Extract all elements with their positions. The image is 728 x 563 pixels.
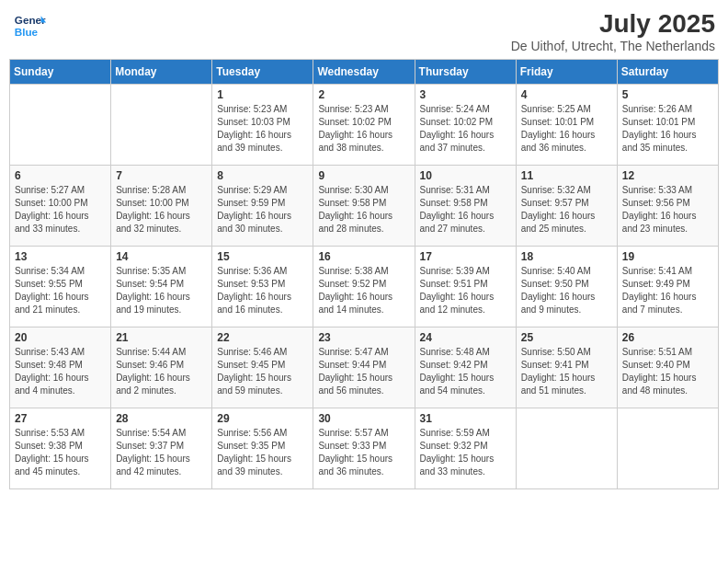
day-number: 20 [15,331,106,344]
calendar-day-cell: 4Sunrise: 5:25 AM Sunset: 10:01 PM Dayli… [516,85,617,166]
day-content: Sunrise: 5:23 AM Sunset: 10:03 PM Daylig… [217,103,308,155]
day-number: 24 [420,331,511,344]
location-subtitle: De Uithof, Utrecht, The Netherlands [511,39,715,53]
calendar-day-cell: 12Sunrise: 5:33 AM Sunset: 9:56 PM Dayli… [617,166,718,247]
day-of-week-header: Tuesday [212,60,313,85]
day-of-week-header: Monday [111,60,212,85]
day-content: Sunrise: 5:27 AM Sunset: 10:00 PM Daylig… [15,184,106,236]
day-number: 9 [318,169,409,182]
day-of-week-header: Thursday [415,60,516,85]
day-content: Sunrise: 5:41 AM Sunset: 9:49 PM Dayligh… [622,265,713,316]
calendar-day-cell: 24Sunrise: 5:48 AM Sunset: 9:42 PM Dayli… [415,327,516,408]
day-number: 4 [521,88,612,101]
day-number: 11 [521,169,612,182]
day-number: 21 [116,331,207,344]
day-number: 31 [420,412,511,425]
day-content: Sunrise: 5:56 AM Sunset: 9:35 PM Dayligh… [217,427,308,478]
logo: General Blue [13,9,46,42]
day-number: 10 [420,169,511,182]
day-content: Sunrise: 5:28 AM Sunset: 10:00 PM Daylig… [116,184,207,236]
day-number: 2 [318,88,409,101]
calendar-day-cell: 23Sunrise: 5:47 AM Sunset: 9:44 PM Dayli… [313,327,415,408]
day-number: 3 [420,88,511,101]
calendar-day-cell [10,85,111,166]
calendar-day-cell: 20Sunrise: 5:43 AM Sunset: 9:48 PM Dayli… [10,327,111,408]
calendar-day-cell: 17Sunrise: 5:39 AM Sunset: 9:51 PM Dayli… [415,247,516,327]
calendar-week-row: 13Sunrise: 5:34 AM Sunset: 9:55 PM Dayli… [10,247,719,327]
calendar-day-cell: 26Sunrise: 5:51 AM Sunset: 9:40 PM Dayli… [617,327,718,408]
day-number: 22 [217,331,308,344]
day-content: Sunrise: 5:29 AM Sunset: 9:59 PM Dayligh… [217,184,308,236]
calendar-day-cell: 5Sunrise: 5:26 AM Sunset: 10:01 PM Dayli… [617,85,718,166]
calendar-day-cell: 3Sunrise: 5:24 AM Sunset: 10:02 PM Dayli… [415,85,516,166]
day-number: 23 [318,331,409,344]
day-number: 25 [521,331,612,344]
day-number: 29 [217,412,308,425]
day-content: Sunrise: 5:30 AM Sunset: 9:58 PM Dayligh… [318,184,409,236]
calendar-day-cell: 11Sunrise: 5:32 AM Sunset: 9:57 PM Dayli… [516,166,617,247]
calendar-day-cell: 29Sunrise: 5:56 AM Sunset: 9:35 PM Dayli… [212,408,313,489]
calendar-week-row: 1Sunrise: 5:23 AM Sunset: 10:03 PM Dayli… [10,85,719,166]
day-number: 1 [217,88,308,101]
day-content: Sunrise: 5:35 AM Sunset: 9:54 PM Dayligh… [116,265,207,316]
calendar-day-cell: 25Sunrise: 5:50 AM Sunset: 9:41 PM Dayli… [516,327,617,408]
day-content: Sunrise: 5:54 AM Sunset: 9:37 PM Dayligh… [116,427,207,478]
calendar-day-cell: 10Sunrise: 5:31 AM Sunset: 9:58 PM Dayli… [415,166,516,247]
day-content: Sunrise: 5:34 AM Sunset: 9:55 PM Dayligh… [15,265,106,316]
calendar-day-cell [111,85,212,166]
day-content: Sunrise: 5:57 AM Sunset: 9:33 PM Dayligh… [318,427,409,478]
calendar-day-cell [516,408,617,489]
day-number: 28 [116,412,207,425]
calendar-day-cell: 31Sunrise: 5:59 AM Sunset: 9:32 PM Dayli… [415,408,516,489]
day-of-week-header: Friday [516,60,617,85]
day-number: 19 [622,250,713,263]
day-content: Sunrise: 5:33 AM Sunset: 9:56 PM Dayligh… [622,184,713,236]
page-header: General Blue July 2025 De Uithof, Utrech… [9,9,719,53]
day-number: 5 [622,88,713,101]
calendar-day-cell: 27Sunrise: 5:53 AM Sunset: 9:38 PM Dayli… [10,408,111,489]
day-number: 7 [116,169,207,182]
title-block: July 2025 De Uithof, Utrecht, The Nether… [511,9,715,53]
calendar-day-cell: 22Sunrise: 5:46 AM Sunset: 9:45 PM Dayli… [212,327,313,408]
day-content: Sunrise: 5:43 AM Sunset: 9:48 PM Dayligh… [15,346,106,397]
calendar-day-cell: 28Sunrise: 5:54 AM Sunset: 9:37 PM Dayli… [111,408,212,489]
calendar-day-cell: 15Sunrise: 5:36 AM Sunset: 9:53 PM Dayli… [212,247,313,327]
calendar-table: SundayMondayTuesdayWednesdayThursdayFrid… [9,59,719,489]
day-content: Sunrise: 5:53 AM Sunset: 9:38 PM Dayligh… [15,427,106,478]
calendar-day-cell: 21Sunrise: 5:44 AM Sunset: 9:46 PM Dayli… [111,327,212,408]
calendar-week-row: 20Sunrise: 5:43 AM Sunset: 9:48 PM Dayli… [10,327,719,408]
calendar-header-row: SundayMondayTuesdayWednesdayThursdayFrid… [10,60,719,85]
day-number: 18 [521,250,612,263]
day-number: 6 [15,169,106,182]
calendar-day-cell: 19Sunrise: 5:41 AM Sunset: 9:49 PM Dayli… [617,247,718,327]
calendar-day-cell: 1Sunrise: 5:23 AM Sunset: 10:03 PM Dayli… [212,85,313,166]
day-content: Sunrise: 5:24 AM Sunset: 10:02 PM Daylig… [420,103,511,155]
day-number: 16 [318,250,409,263]
day-number: 12 [622,169,713,182]
day-content: Sunrise: 5:38 AM Sunset: 9:52 PM Dayligh… [318,265,409,316]
day-content: Sunrise: 5:47 AM Sunset: 9:44 PM Dayligh… [318,346,409,397]
day-number: 17 [420,250,511,263]
calendar-day-cell: 8Sunrise: 5:29 AM Sunset: 9:59 PM Daylig… [212,166,313,247]
day-content: Sunrise: 5:40 AM Sunset: 9:50 PM Dayligh… [521,265,612,316]
month-year-title: July 2025 [511,9,715,39]
day-number: 8 [217,169,308,182]
calendar-day-cell: 6Sunrise: 5:27 AM Sunset: 10:00 PM Dayli… [10,166,111,247]
calendar-day-cell: 9Sunrise: 5:30 AM Sunset: 9:58 PM Daylig… [313,166,415,247]
logo-icon: General Blue [13,9,46,42]
calendar-day-cell: 2Sunrise: 5:23 AM Sunset: 10:02 PM Dayli… [313,85,415,166]
day-content: Sunrise: 5:50 AM Sunset: 9:41 PM Dayligh… [521,346,612,397]
day-of-week-header: Sunday [10,60,111,85]
calendar-week-row: 27Sunrise: 5:53 AM Sunset: 9:38 PM Dayli… [10,408,719,489]
day-of-week-header: Wednesday [313,60,415,85]
day-number: 15 [217,250,308,263]
day-content: Sunrise: 5:39 AM Sunset: 9:51 PM Dayligh… [420,265,511,316]
calendar-day-cell [617,408,718,489]
calendar-day-cell: 14Sunrise: 5:35 AM Sunset: 9:54 PM Dayli… [111,247,212,327]
day-content: Sunrise: 5:51 AM Sunset: 9:40 PM Dayligh… [622,346,713,397]
calendar-day-cell: 13Sunrise: 5:34 AM Sunset: 9:55 PM Dayli… [10,247,111,327]
day-of-week-header: Saturday [617,60,718,85]
day-content: Sunrise: 5:36 AM Sunset: 9:53 PM Dayligh… [217,265,308,316]
calendar-day-cell: 16Sunrise: 5:38 AM Sunset: 9:52 PM Dayli… [313,247,415,327]
calendar-day-cell: 30Sunrise: 5:57 AM Sunset: 9:33 PM Dayli… [313,408,415,489]
